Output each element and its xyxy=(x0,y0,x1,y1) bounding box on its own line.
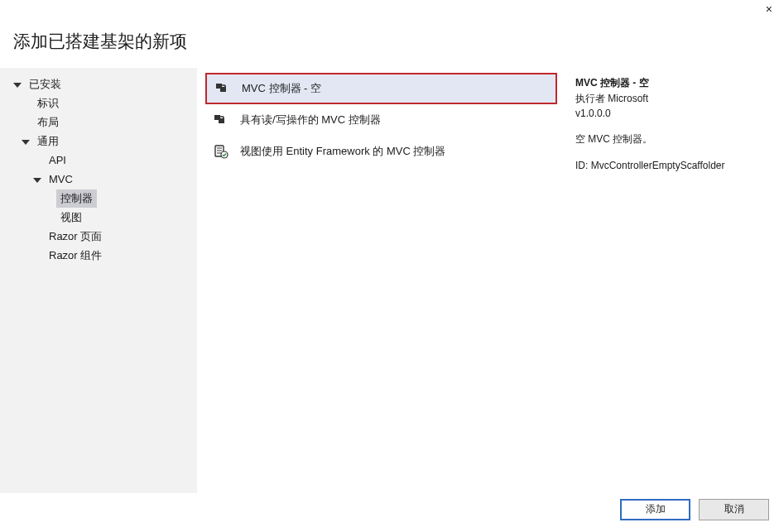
sidebar-item-common[interactable]: 通用 xyxy=(0,132,197,151)
option-mvc-controller-ef[interactable]: 视图使用 Entity Framework 的 MVC 控制器 xyxy=(205,136,557,167)
option-list: MVC 控制器 - 空 具有读/写操作的 MVC 控制器 视图使用 Entity… xyxy=(197,68,564,493)
dialog-footer: 添加 取消 xyxy=(0,493,779,532)
details-description: 空 MVC 控制器。 xyxy=(575,132,767,146)
sidebar-item-label: Razor 页面 xyxy=(45,228,106,246)
ef-controller-icon xyxy=(212,143,228,160)
chevron-down-icon xyxy=(13,83,22,88)
sidebar-item-razor-pages[interactable]: Razor 页面 xyxy=(0,227,197,246)
option-label: 视图使用 Entity Framework 的 MVC 控制器 xyxy=(240,144,445,159)
sidebar-item-controller[interactable]: 控制器 xyxy=(0,189,197,208)
close-icon[interactable]: × xyxy=(766,3,772,15)
add-button[interactable]: 添加 xyxy=(620,499,690,520)
sidebar-item-label: 通用 xyxy=(33,132,63,151)
controller-icon xyxy=(212,112,228,128)
dialog-title: 添加已搭建基架的新项 xyxy=(0,18,779,68)
sidebar-item-view[interactable]: 视图 xyxy=(0,208,197,227)
sidebar-item-identity[interactable]: 标识 xyxy=(0,93,197,113)
sidebar-item-label: 视图 xyxy=(56,208,86,227)
chevron-down-icon xyxy=(22,140,30,145)
chevron-down-icon xyxy=(33,178,41,183)
details-version: v1.0.0.0 xyxy=(575,107,767,121)
sidebar-item-label: MVC xyxy=(45,171,77,187)
sidebar-item-razor-components[interactable]: Razor 组件 xyxy=(0,246,197,265)
option-label: 具有读/写操作的 MVC 控制器 xyxy=(240,113,381,127)
sidebar: 已安装 标识 布局 通用 API MVC 控制器 视图 xyxy=(0,68,197,493)
details-title: MVC 控制器 - 空 xyxy=(575,76,767,90)
controller-icon xyxy=(214,80,230,97)
details-pane: MVC 控制器 - 空 执行者 Microsoft v1.0.0.0 空 MVC… xyxy=(564,68,779,493)
sidebar-item-api[interactable]: API xyxy=(0,151,197,170)
sidebar-item-label: Razor 组件 xyxy=(45,247,106,265)
sidebar-item-label: 控制器 xyxy=(56,189,97,208)
details-id: ID: MvcControllerEmptyScaffolder xyxy=(575,159,767,173)
option-mvc-controller-rw[interactable]: 具有读/写操作的 MVC 控制器 xyxy=(205,104,557,136)
sidebar-item-label: 布局 xyxy=(33,113,63,132)
details-author: 执行者 Microsoft xyxy=(575,92,767,106)
sidebar-item-label: API xyxy=(45,152,70,168)
option-mvc-controller-empty[interactable]: MVC 控制器 - 空 xyxy=(205,73,557,104)
option-label: MVC 控制器 - 空 xyxy=(242,81,321,96)
sidebar-item-installed[interactable]: 已安装 xyxy=(0,74,197,93)
sidebar-item-label: 已安装 xyxy=(25,75,65,93)
cancel-button[interactable]: 取消 xyxy=(699,499,769,520)
sidebar-item-layout[interactable]: 布局 xyxy=(0,113,197,132)
sidebar-item-mvc[interactable]: MVC xyxy=(0,170,197,189)
sidebar-item-label: 标识 xyxy=(33,94,63,113)
